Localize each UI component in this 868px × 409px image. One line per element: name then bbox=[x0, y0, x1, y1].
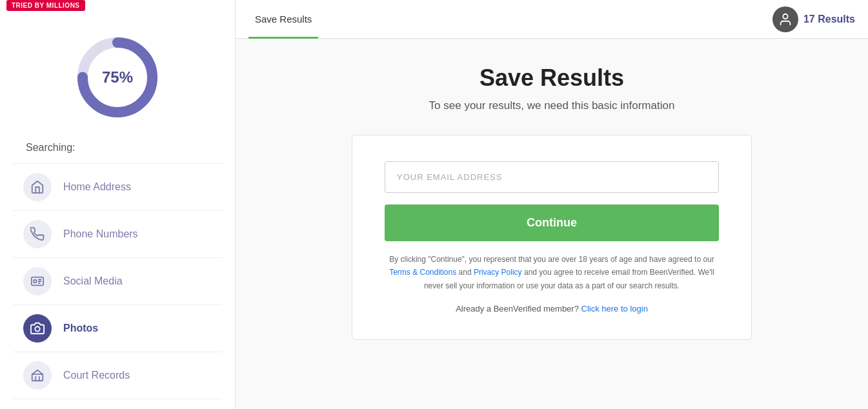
donut-percentage: 75% bbox=[102, 68, 133, 86]
court-records-label: Court Records bbox=[63, 370, 130, 381]
login-text: Already a BeenVerified member? Click her… bbox=[456, 304, 648, 314]
legal-text: By clicking "Continue", you represent th… bbox=[385, 253, 719, 292]
form-card: Continue By clicking "Continue", you rep… bbox=[352, 135, 752, 340]
id-card-icon bbox=[30, 274, 45, 288]
building-icon bbox=[30, 368, 45, 383]
login-link[interactable]: Click here to login bbox=[581, 304, 648, 314]
account-icon[interactable] bbox=[772, 6, 798, 32]
phone-icon bbox=[30, 227, 45, 241]
email-input[interactable] bbox=[385, 161, 719, 193]
phone-numbers-label: Phone Numbers bbox=[63, 228, 138, 240]
save-title: Save Results bbox=[479, 65, 624, 92]
left-panel: TRIED BY MILLIONS 75% Searching: Home Ad… bbox=[0, 0, 236, 409]
user-icon bbox=[778, 12, 792, 26]
camera-icon bbox=[30, 321, 45, 335]
svg-point-8 bbox=[783, 14, 787, 18]
save-subtitle: To see your results, we need this basic … bbox=[429, 99, 675, 112]
tab-save-results[interactable]: Save Results bbox=[248, 0, 318, 39]
home-icon bbox=[30, 180, 45, 194]
privacy-link[interactable]: Privacy Policy bbox=[474, 268, 522, 277]
social-media-icon-circle bbox=[23, 267, 52, 295]
searching-label: Searching: bbox=[0, 142, 76, 154]
photos-icon-circle bbox=[23, 314, 52, 343]
search-item-photos: Photos bbox=[13, 304, 222, 352]
tab-bar: Save Results 17 Results bbox=[236, 0, 868, 39]
results-count: 17 Results bbox=[803, 14, 855, 25]
svg-point-3 bbox=[34, 280, 37, 283]
search-item-phone-numbers: Phone Numbers bbox=[13, 210, 222, 257]
tried-badge: TRIED BY MILLIONS bbox=[6, 0, 85, 11]
terms-link[interactable]: Terms & Conditions bbox=[389, 268, 456, 277]
tab-label: Save Results bbox=[255, 14, 312, 25]
photos-label: Photos bbox=[63, 323, 98, 334]
phone-numbers-icon-circle bbox=[23, 220, 52, 248]
search-item-social-media: Social Media bbox=[13, 257, 222, 304]
donut-chart: 75% bbox=[72, 32, 163, 123]
court-records-icon-circle bbox=[23, 361, 52, 390]
social-media-label: Social Media bbox=[63, 275, 123, 287]
home-address-label: Home Address bbox=[63, 181, 131, 193]
search-item-court-records: Court Records bbox=[13, 352, 222, 399]
main-content: Save Results To see your results, we nee… bbox=[236, 39, 868, 409]
search-item-home-address: Home Address bbox=[13, 163, 222, 210]
svg-point-4 bbox=[35, 326, 39, 331]
svg-rect-5 bbox=[32, 374, 43, 381]
right-panel: Save Results 17 Results Save Results To … bbox=[236, 0, 868, 409]
home-address-icon-circle bbox=[23, 173, 52, 201]
tab-right-area: 17 Results bbox=[772, 6, 855, 32]
continue-button[interactable]: Continue bbox=[385, 204, 719, 241]
search-items-list: Home Address Phone Numbers Social Media bbox=[0, 163, 235, 399]
